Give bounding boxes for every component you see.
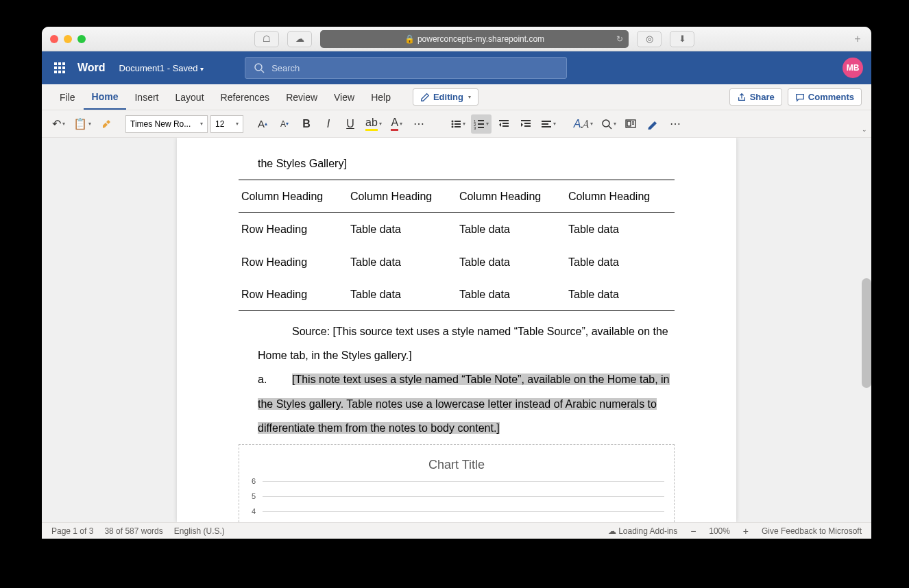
highlight-button[interactable]: ab▾ <box>363 114 385 134</box>
doc-title[interactable]: Document1 - Saved ▾ <box>119 63 204 73</box>
page-indicator[interactable]: Page 1 of 3 <box>51 526 93 536</box>
comments-button[interactable]: Comments <box>788 88 862 106</box>
tab-view[interactable]: View <box>326 84 363 110</box>
address-bar[interactable]: 🔒 powerconcepts-my.sharepoint.com ↻ <box>320 30 629 48</box>
chevron-down-icon[interactable]: ⌄ <box>862 126 867 133</box>
search-input[interactable]: Search <box>245 57 567 79</box>
svg-point-6 <box>451 125 453 127</box>
svg-rect-13 <box>478 127 484 128</box>
tab-layout[interactable]: Layout <box>167 84 212 110</box>
table-row: Row HeadingTable dataTable dataTable dat… <box>239 246 675 278</box>
shrink-font-button[interactable]: A▾ <box>275 114 294 134</box>
app-launcher-icon[interactable] <box>50 58 69 77</box>
document-canvas[interactable]: the Styles Gallery] Column Heading Colum… <box>42 138 871 522</box>
maximize-window[interactable] <box>77 35 86 43</box>
feedback-link[interactable]: Give Feedback to Microsoft <box>762 526 862 536</box>
svg-rect-26 <box>627 121 631 126</box>
close-window[interactable] <box>50 35 58 43</box>
app-window: ☖ ☁ 🔒 powerconcepts-my.sharepoint.com ↻ … <box>42 27 871 539</box>
grow-font-button[interactable]: A▴ <box>253 114 272 134</box>
tab-references[interactable]: References <box>213 84 278 110</box>
numbering-icon: 123 <box>474 119 485 130</box>
zoom-in-button[interactable]: + <box>740 525 752 537</box>
table-note: a.[This note text uses a style named “Ta… <box>239 367 675 440</box>
tab-file[interactable]: File <box>51 84 84 110</box>
ribbon-toolbar: ↶▾ 📋▾ Times New Ro...▾ 12▾ A▴ A▾ B I U a… <box>42 110 871 138</box>
tab-review[interactable]: Review <box>278 84 326 110</box>
minimize-window[interactable] <box>64 35 72 43</box>
zoom-out-button[interactable]: − <box>687 525 699 537</box>
svg-point-23 <box>603 120 609 127</box>
svg-point-4 <box>451 123 453 125</box>
note-label: a. <box>258 367 292 391</box>
svg-text:3: 3 <box>474 126 476 130</box>
reload-icon[interactable]: ↻ <box>616 34 623 44</box>
share-icon <box>737 93 747 102</box>
app-name[interactable]: Word <box>77 62 106 74</box>
svg-rect-15 <box>502 123 509 124</box>
ribbon-tabs: File Home Insert Layout References Revie… <box>42 84 871 110</box>
paste-button[interactable]: 📋▾ <box>71 114 94 134</box>
app-header: Word Document1 - Saved ▾ Search MB <box>42 51 871 84</box>
url-text: powerconcepts-my.sharepoint.com <box>417 34 544 44</box>
italic-button[interactable]: I <box>319 114 338 134</box>
align-button[interactable]: ▾ <box>538 114 559 134</box>
download-button[interactable]: ⬇ <box>670 31 694 47</box>
designer-button[interactable] <box>622 114 641 134</box>
privacy-button[interactable]: ☖ <box>254 31 279 47</box>
svg-rect-3 <box>454 121 461 122</box>
search-placeholder: Search <box>271 63 300 73</box>
format-painter-button[interactable] <box>97 114 116 134</box>
language-indicator[interactable]: English (U.S.) <box>174 526 225 536</box>
increase-indent-button[interactable] <box>516 114 535 134</box>
new-tab-button[interactable]: + <box>851 32 864 46</box>
bullets-button[interactable]: ▾ <box>448 114 468 134</box>
font-color-button[interactable]: A▾ <box>387 114 407 134</box>
lock-icon: 🔒 <box>404 34 415 44</box>
outdent-icon <box>498 119 509 130</box>
share-button[interactable]: Share <box>729 88 782 106</box>
more-font-button[interactable]: ⋯ <box>409 114 428 134</box>
font-family-select[interactable]: Times New Ro...▾ <box>125 115 208 133</box>
font-size-select[interactable]: 12▾ <box>210 115 243 133</box>
brush-icon <box>101 119 112 130</box>
align-icon <box>541 119 552 130</box>
avatar[interactable]: MB <box>843 58 863 78</box>
svg-rect-20 <box>542 121 551 122</box>
more-button[interactable]: ⋯ <box>666 114 685 134</box>
col-heading: Column Heading <box>239 180 348 213</box>
table-header-row: Column Heading Column Heading Column Hea… <box>239 180 675 213</box>
styles-button[interactable]: A𝓐▾ <box>571 114 596 134</box>
chart[interactable]: Chart Title 23456 <box>239 444 675 522</box>
indent-icon <box>520 119 531 130</box>
tab-home[interactable]: Home <box>84 84 127 110</box>
reader-button[interactable]: ◎ <box>637 31 662 47</box>
svg-rect-11 <box>478 123 484 125</box>
vertical-scrollbar[interactable] <box>862 278 871 388</box>
svg-rect-22 <box>542 126 551 127</box>
svg-rect-7 <box>454 126 461 127</box>
icloud-button[interactable]: ☁ <box>287 31 312 47</box>
svg-point-2 <box>451 120 453 122</box>
search-icon <box>254 62 265 73</box>
note-text: [This note text uses a style named “Tabl… <box>258 373 670 433</box>
word-count[interactable]: 38 of 587 words <box>104 526 162 536</box>
search-icon <box>601 119 612 130</box>
svg-point-0 <box>255 64 262 71</box>
editing-mode-button[interactable]: Editing▾ <box>413 88 478 106</box>
find-button[interactable]: ▾ <box>598 114 619 134</box>
tab-insert[interactable]: Insert <box>126 84 167 110</box>
svg-rect-14 <box>499 120 509 121</box>
decrease-indent-button[interactable] <box>494 114 513 134</box>
comment-icon <box>795 93 805 102</box>
tab-help[interactable]: Help <box>363 84 399 110</box>
bold-button[interactable]: B <box>297 114 316 134</box>
zoom-level[interactable]: 100% <box>709 526 730 536</box>
dictate-button[interactable] <box>644 114 663 134</box>
undo-button[interactable]: ↶▾ <box>49 114 68 134</box>
table-caption: the Styles Gallery] <box>239 138 675 175</box>
numbering-button[interactable]: 123▾ <box>471 114 492 134</box>
table-row: Row HeadingTable dataTable dataTable dat… <box>239 278 675 311</box>
underline-button[interactable]: U <box>341 114 360 134</box>
page[interactable]: the Styles Gallery] Column Heading Colum… <box>177 138 736 522</box>
